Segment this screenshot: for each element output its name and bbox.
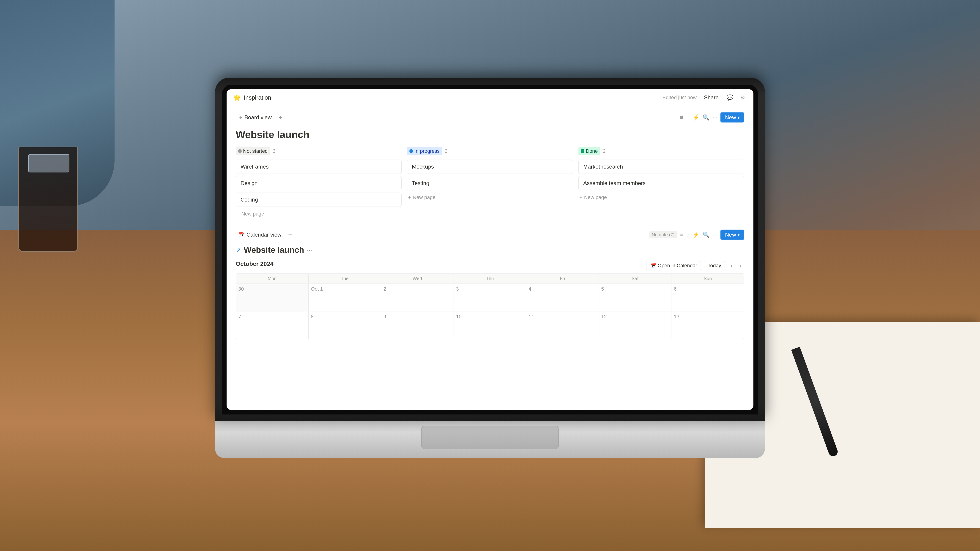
calendar-cell-oct12[interactable]: 12 [599, 311, 671, 339]
calendar-cell-oct10[interactable]: 10 [454, 311, 527, 339]
card-wireframes[interactable]: Wireframes [236, 160, 402, 174]
card-testing[interactable]: Testing [407, 176, 573, 190]
more-icon[interactable]: ··· [713, 114, 717, 121]
card-coding[interactable]: Coding [236, 192, 402, 207]
calendar-cell-oct7[interactable]: 7 [236, 311, 309, 339]
cal-lightning-icon[interactable]: ⚡ [692, 232, 699, 238]
calendar-cell-oct6[interactable]: 6 [671, 284, 744, 311]
date-oct3: 3 [456, 286, 524, 292]
calendar-new-chevron-icon: ▾ [737, 232, 740, 238]
add-page-label-2: New page [413, 194, 436, 200]
date-oct10: 10 [456, 314, 524, 320]
page-title-row: Website launch ··· [236, 129, 744, 140]
top-bar: 🌟 Inspiration Edited just now Share 💬 ⚙ [227, 89, 753, 106]
calendar-cell-oct8[interactable]: 8 [309, 311, 381, 339]
day-header-thu: Thu [454, 274, 527, 284]
workspace-icon: 🌟 [233, 94, 241, 101]
add-view-button[interactable]: + [277, 113, 284, 122]
calendar-cell-oct5[interactable]: 5 [599, 284, 671, 311]
next-month-button[interactable]: › [737, 262, 744, 269]
no-date-badge: No date (7) [649, 231, 677, 238]
calendar-week-2: 7 8 9 10 [236, 311, 744, 339]
open-calendar-icon: 📅 [650, 262, 656, 268]
comment-icon[interactable]: 💬 [726, 94, 734, 102]
laptop-trackpad[interactable] [421, 426, 559, 449]
filter-icon[interactable]: ≡ [680, 114, 683, 121]
calendar-right-controls: 📅 Open in Calendar Today ‹ › [646, 261, 744, 270]
status-badge-not-started: Not started [236, 147, 270, 155]
in-progress-count: 2 [445, 148, 447, 154]
calendar-cell-oct1[interactable]: Oct 1 [309, 284, 381, 311]
calendar-section-title[interactable]: Website launch [244, 245, 304, 255]
calendar-view-toolbar-right: No date (7) ≡ ↕ ⚡ 🔍 ··· New ▾ [649, 230, 744, 240]
add-icon: + [237, 211, 240, 217]
card-market-research[interactable]: Market research [578, 160, 744, 174]
drink-glass [14, 133, 83, 252]
screen-content: 🌟 Inspiration Edited just now Share 💬 ⚙ [227, 89, 753, 410]
calendar-left-controls: October 2024 [236, 260, 274, 271]
search-icon[interactable]: 🔍 [703, 114, 710, 121]
column-header-not-started: Not started 3 [236, 146, 402, 156]
board-view-tab[interactable]: ⊞ Board view [236, 113, 274, 122]
date-oct7: 7 [238, 314, 306, 320]
day-header-sun: Sun [671, 274, 744, 284]
calendar-cell-oct13[interactable]: 13 [671, 311, 744, 339]
calendar-cell-oct11[interactable]: 11 [526, 311, 599, 339]
done-count: 2 [603, 148, 606, 154]
board-view-toolbar-left: ⊞ Board view + [236, 113, 284, 122]
calendar-cell-oct2[interactable]: 2 [381, 284, 454, 311]
pen [791, 347, 839, 457]
open-in-calendar-button[interactable]: 📅 Open in Calendar [646, 261, 701, 270]
page-menu-button[interactable]: ··· [312, 131, 318, 138]
add-calendar-view-button[interactable]: + [286, 230, 294, 239]
add-page-in-progress[interactable]: + New page [407, 192, 573, 202]
calendar-week-1: 30 Oct 1 2 3 [236, 284, 744, 311]
calendar-month-label: October 2024 [236, 260, 274, 267]
glass-body [18, 146, 78, 252]
sort-icon[interactable]: ↕ [687, 114, 689, 121]
calendar-toolbar-row: October 2024 📅 Open in Calendar Today [236, 260, 744, 271]
calendar-cell-oct9[interactable]: 9 [381, 311, 454, 339]
cal-filter-icon[interactable]: ≡ [680, 232, 683, 238]
share-button[interactable]: Share [701, 93, 721, 102]
add-page-not-started[interactable]: + New page [236, 209, 402, 219]
board-new-button[interactable]: New ▾ [721, 113, 744, 122]
board-new-chevron-icon: ▾ [737, 115, 740, 120]
cal-search-icon[interactable]: 🔍 [703, 232, 710, 238]
date-oct2: 2 [383, 286, 451, 292]
calendar-cell-oct4[interactable]: 4 [526, 284, 599, 311]
calendar-section: 📅 Calendar view + No date (7) ≡ ↕ ⚡ [236, 228, 744, 339]
today-button[interactable]: Today [704, 261, 725, 270]
settings-icon[interactable]: ⚙ [739, 94, 747, 102]
calendar-view-tab[interactable]: 📅 Calendar view [236, 230, 284, 239]
column-header-in-progress: In progress 2 [407, 146, 573, 156]
prev-month-button[interactable]: ‹ [728, 262, 735, 269]
date-oct9: 9 [383, 314, 451, 320]
calendar-navigation: ‹ › [728, 262, 744, 269]
done-dot [581, 149, 584, 153]
date-oct11: 11 [528, 314, 596, 320]
calendar-days-header: Mon Tue Wed Thu Fri Sat Sun [236, 274, 744, 284]
card-design[interactable]: Design [236, 176, 402, 190]
calendar-new-button[interactable]: New ▾ [721, 230, 744, 240]
column-in-progress: In progress 2 Mockups Testing + New page [407, 146, 573, 219]
status-badge-in-progress: In progress [407, 147, 442, 155]
laptop-bezel: 🌟 Inspiration Edited just now Share 💬 ⚙ [222, 85, 758, 414]
add-page-done[interactable]: + New page [578, 192, 744, 202]
column-not-started: Not started 3 Wireframes Design Coding +… [236, 146, 402, 219]
lightning-icon[interactable]: ⚡ [692, 114, 699, 121]
board-view-icon: ⊞ [239, 114, 243, 121]
card-assemble-team[interactable]: Assemble team members [578, 176, 744, 190]
calendar-section-menu[interactable]: ··· [307, 246, 312, 254]
cal-more-icon[interactable]: ··· [713, 232, 717, 238]
calendar-cell-oct3[interactable]: 3 [454, 284, 527, 311]
calendar-cell-sep30[interactable]: 30 [236, 284, 309, 311]
notion-app: 🌟 Inspiration Edited just now Share 💬 ⚙ [227, 89, 753, 410]
not-started-label: Not started [243, 148, 268, 154]
card-mockups[interactable]: Mockups [407, 160, 573, 174]
not-started-dot [238, 149, 242, 153]
ice-cubes [28, 154, 69, 172]
date-sep30: 30 [238, 286, 306, 292]
add-icon-3: + [579, 194, 582, 200]
cal-sort-icon[interactable]: ↕ [687, 232, 689, 238]
